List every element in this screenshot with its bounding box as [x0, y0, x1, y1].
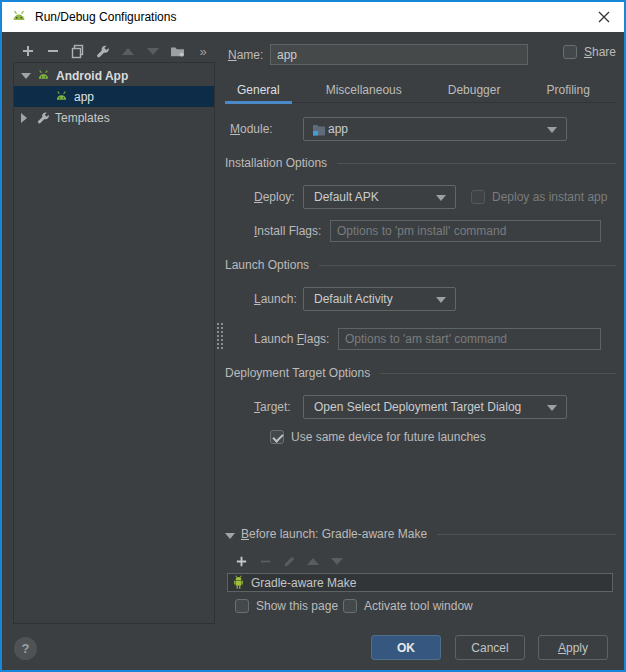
remove-configuration-button[interactable] — [40, 41, 65, 61]
gradle-android-robot-icon — [232, 575, 245, 590]
config-tabs: General Miscellaneous Debugger Profiling — [225, 80, 616, 103]
configurations-toolbar: » — [15, 39, 215, 63]
tab-miscellaneous[interactable]: Miscellaneous — [314, 80, 414, 102]
tree-item-app[interactable]: app — [14, 86, 214, 107]
show-more-icon[interactable]: » — [195, 41, 211, 61]
module-label: Module: — [230, 122, 273, 136]
instant-app-checkbox: Deploy as instant app — [471, 190, 607, 204]
window-title: Run/Debug Configurations — [35, 10, 176, 24]
launch-flags-input[interactable] — [338, 328, 601, 350]
chevron-down-icon — [436, 195, 446, 201]
before-launch-task-list[interactable]: Gradle-aware Make — [227, 573, 613, 592]
splitter-grip[interactable] — [216, 322, 224, 350]
edit-task-pencil-icon[interactable] — [277, 551, 301, 571]
chevron-down-icon — [436, 297, 446, 303]
move-down-button[interactable] — [140, 41, 165, 61]
android-app-icon — [54, 90, 69, 103]
tab-general[interactable]: General — [225, 80, 292, 102]
target-combobox[interactable]: Open Select Deployment Target Dialog — [303, 395, 567, 419]
deploy-combobox[interactable]: Default APK — [303, 185, 456, 209]
launch-flags-label: Launch Flags: — [254, 332, 329, 346]
move-up-button[interactable] — [115, 41, 140, 61]
before-launch-header[interactable]: Before launch: Gradle-aware Make — [225, 527, 616, 541]
new-folder-button[interactable] — [165, 41, 190, 61]
tab-debugger[interactable]: Debugger — [436, 80, 513, 102]
target-label: Target: — [254, 400, 291, 414]
before-launch-toolbar — [229, 551, 349, 571]
title-bar: Run/Debug Configurations — [2, 2, 624, 32]
cancel-button[interactable]: Cancel — [455, 635, 525, 660]
android-app-icon — [36, 69, 51, 82]
install-flags-input[interactable] — [330, 220, 601, 242]
apply-button[interactable]: Apply — [538, 635, 608, 660]
share-checkbox[interactable]: Share — [563, 45, 616, 59]
launch-value: Default Activity — [314, 292, 393, 306]
module-combobox[interactable]: app — [303, 117, 567, 141]
name-label: Name: — [228, 48, 263, 62]
target-value: Open Select Deployment Target Dialog — [314, 400, 521, 414]
close-icon[interactable] — [584, 2, 624, 32]
module-value: app — [328, 122, 348, 136]
activate-tool-window-checkbox[interactable]: Activate tool window — [343, 599, 473, 613]
tree-item-label: Templates — [55, 111, 110, 125]
name-input[interactable] — [270, 44, 528, 65]
add-task-button[interactable] — [229, 551, 253, 571]
move-task-down-button[interactable] — [325, 551, 349, 571]
tree-item-templates[interactable]: Templates — [14, 107, 214, 128]
launch-label: Launch: — [254, 292, 297, 306]
tree-item-label: app — [74, 90, 94, 104]
tree-item-label: Android App — [56, 69, 128, 83]
expand-icon[interactable] — [21, 113, 31, 123]
remove-task-button[interactable] — [253, 551, 277, 571]
deploy-label: Deploy: — [254, 190, 295, 204]
collapse-icon — [225, 530, 235, 539]
templates-wrench-icon — [36, 111, 50, 125]
run-debug-configurations-dialog: Run/Debug Configurations — [0, 0, 626, 672]
section-installation-options: Installation Options — [225, 156, 616, 170]
section-launch-options: Launch Options — [225, 258, 616, 272]
tree-item-android-app[interactable]: Android App — [14, 65, 214, 86]
deploy-value: Default APK — [314, 190, 379, 204]
configurations-tree: Android App app — [13, 62, 215, 624]
tab-profiling[interactable]: Profiling — [534, 80, 601, 102]
module-icon — [312, 123, 326, 136]
edit-defaults-wrench-icon[interactable] — [90, 41, 115, 61]
chevron-down-icon — [547, 127, 557, 133]
task-label: Gradle-aware Make — [251, 576, 356, 590]
dialog-body: » Android App — [2, 32, 624, 670]
help-icon[interactable]: ? — [14, 637, 37, 660]
move-task-up-button[interactable] — [301, 551, 325, 571]
install-flags-label: Install Flags: — [254, 224, 321, 238]
section-deployment-target-options: Deployment Target Options — [225, 366, 616, 380]
ok-button[interactable]: OK — [371, 635, 441, 660]
collapse-icon[interactable] — [21, 73, 31, 79]
launch-combobox[interactable]: Default Activity — [303, 287, 456, 311]
show-this-page-checkbox[interactable]: Show this page — [235, 599, 338, 613]
android-logo-icon — [11, 9, 27, 25]
copy-configuration-button[interactable] — [65, 41, 90, 61]
add-configuration-button[interactable] — [15, 41, 40, 61]
same-device-checkbox[interactable]: Use same device for future launches — [270, 430, 486, 444]
chevron-down-icon — [547, 405, 557, 411]
